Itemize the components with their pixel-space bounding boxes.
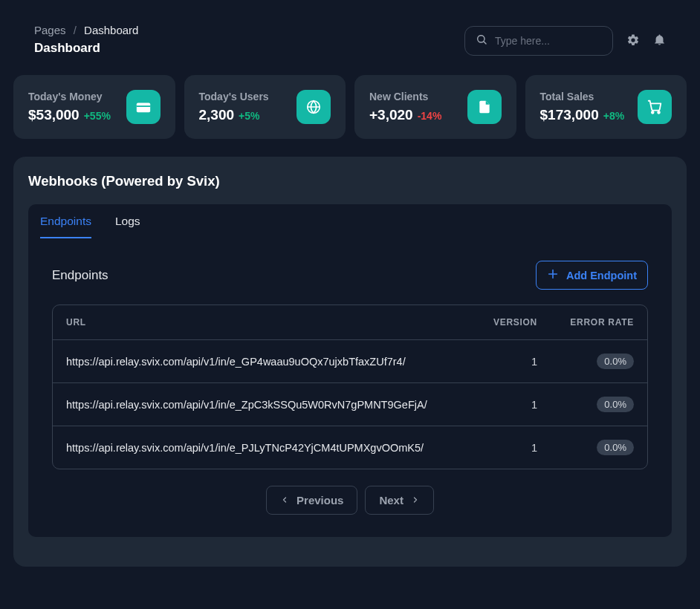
endpoints-heading: Endpoints — [52, 268, 108, 283]
next-label: Next — [379, 494, 404, 507]
plus-icon — [547, 268, 559, 282]
cart-icon — [638, 90, 672, 124]
stat-card-money: Today's Money $53,000 +55% — [13, 75, 175, 139]
endpoint-url: https://api.relay.svix.com/api/v1/in/e_G… — [53, 340, 469, 383]
page-title: Dashboard — [34, 41, 138, 56]
stat-value: $173,000 — [540, 107, 599, 123]
stat-value: +3,020 — [369, 107, 413, 123]
globe-icon — [296, 90, 331, 124]
breadcrumb: Pages / Dashboard — [34, 24, 138, 36]
chevron-left-icon — [280, 494, 289, 507]
svg-line-1 — [484, 42, 486, 44]
stat-delta: +55% — [84, 110, 111, 122]
stat-card-users: Today's Users 2,300 +5% — [184, 75, 346, 139]
endpoint-version: 1 — [469, 426, 551, 469]
tab-logs[interactable]: Logs — [115, 215, 140, 238]
endpoint-url: https://api.relay.svix.com/api/v1/in/e_P… — [53, 426, 469, 469]
stat-value: $53,000 — [28, 107, 80, 123]
stat-delta: +5% — [239, 110, 259, 122]
tab-endpoints[interactable]: Endpoints — [40, 215, 91, 238]
chevron-right-icon — [411, 494, 420, 507]
gear-icon — [626, 33, 640, 49]
webhooks-panel: Webhooks (Powered by Svix) Endpoints Log… — [13, 157, 687, 567]
stat-label: Today's Users — [199, 91, 269, 102]
breadcrumb-root[interactable]: Pages — [34, 24, 66, 36]
error-rate-badge: 0.0% — [597, 440, 634, 455]
table-row[interactable]: https://api.relay.svix.com/api/v1/in/e_P… — [53, 426, 647, 469]
svg-point-6 — [658, 111, 660, 114]
stat-delta: -14% — [418, 110, 442, 122]
add-endpoint-label: Add Endpoint — [566, 270, 637, 281]
svg-point-5 — [652, 111, 654, 114]
search-icon — [476, 33, 487, 48]
endpoint-version: 1 — [469, 340, 551, 383]
document-icon — [467, 90, 502, 124]
add-endpoint-button[interactable]: Add Endpoint — [536, 261, 648, 290]
svg-rect-2 — [136, 103, 149, 113]
webhooks-title: Webhooks (Powered by Svix) — [13, 173, 687, 204]
search-input[interactable] — [495, 35, 602, 47]
previous-button[interactable]: Previous — [266, 486, 357, 515]
stat-label: Today's Money — [28, 91, 111, 102]
endpoint-url: https://api.relay.svix.com/api/v1/in/e_Z… — [53, 383, 469, 426]
stat-card-sales: Total Sales $173,000 +8% — [525, 75, 687, 139]
column-header-version: VERSION — [469, 305, 551, 340]
stat-label: Total Sales — [540, 91, 625, 102]
svg-rect-3 — [136, 105, 149, 107]
endpoints-table: URL VERSION ERROR RATE https://api.relay… — [53, 305, 647, 469]
previous-label: Previous — [296, 494, 343, 507]
wallet-icon — [126, 90, 161, 124]
table-row[interactable]: https://api.relay.svix.com/api/v1/in/e_G… — [53, 340, 647, 383]
table-row[interactable]: https://api.relay.svix.com/api/v1/in/e_Z… — [53, 383, 647, 426]
error-rate-badge: 0.0% — [597, 397, 634, 412]
breadcrumb-separator: / — [74, 24, 77, 36]
endpoint-version: 1 — [469, 383, 551, 426]
stat-value: 2,300 — [199, 107, 235, 123]
webhooks-tabs: Endpoints Logs — [28, 204, 672, 238]
notifications-button[interactable] — [653, 33, 666, 48]
settings-button[interactable] — [626, 33, 640, 49]
error-rate-badge: 0.0% — [597, 354, 634, 369]
column-header-error-rate: ERROR RATE — [551, 305, 647, 340]
bell-icon — [653, 33, 666, 48]
column-header-url: URL — [53, 305, 469, 340]
breadcrumb-current: Dashboard — [84, 24, 138, 36]
stat-card-clients: New Clients +3,020 -14% — [354, 75, 516, 139]
search-box[interactable] — [464, 26, 613, 56]
stat-label: New Clients — [369, 91, 441, 102]
next-button[interactable]: Next — [365, 486, 434, 515]
stat-delta: +8% — [603, 110, 624, 122]
